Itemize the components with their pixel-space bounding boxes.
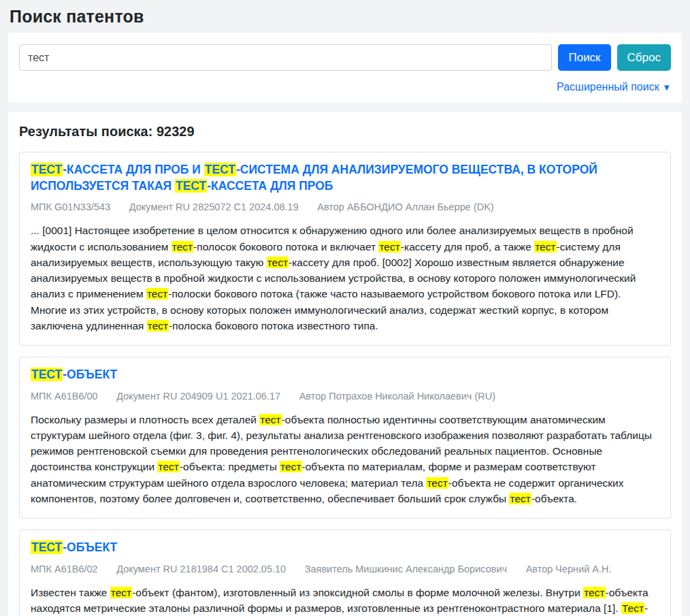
- meta-segment: Автор Потрахов Николай Николаевич (RU): [299, 391, 495, 402]
- search-panel: Поиск Сброс Расширенный поиск ▼: [8, 33, 682, 103]
- meta-segment: Автор Черний А.Н.: [526, 564, 612, 574]
- highlight: Тест: [621, 602, 644, 614]
- result-meta: МПК G01N33/543Документ RU 2825072 C1 202…: [31, 201, 659, 212]
- results-heading: Результаты поиска: 92329: [19, 124, 671, 140]
- highlight: тест: [267, 257, 289, 268]
- highlight: тест: [171, 241, 193, 253]
- results-list: ТЕСТ-КАССЕТА ДЛЯ ПРОБ И ТЕСТ-СИСТЕМА ДЛЯ…: [19, 152, 671, 616]
- highlight: тест: [157, 461, 179, 472]
- highlight: тест: [147, 320, 169, 331]
- highlight: тест: [280, 461, 301, 472]
- result-title-link[interactable]: ТЕСТ-ОБЪЕКТ: [31, 540, 659, 556]
- meta-segment: МПК G01N33/543: [31, 201, 110, 212]
- result-item: ТЕСТ-КАССЕТА ДЛЯ ПРОБ И ТЕСТ-СИСТЕМА ДЛЯ…: [19, 152, 671, 346]
- result-title-link[interactable]: ТЕСТ-ОБЪЕКТ: [31, 367, 659, 383]
- highlight: тест: [110, 587, 132, 598]
- highlight: ТЕСТ: [31, 540, 63, 554]
- highlight: ТЕСТ: [175, 179, 207, 193]
- result-snippet: Известен также тест-объект (фантом), изг…: [31, 585, 659, 616]
- highlight: тест: [426, 477, 448, 489]
- highlight: ТЕСТ: [204, 163, 236, 176]
- reset-button[interactable]: Сброс: [617, 44, 671, 71]
- highlight: тест: [146, 288, 168, 299]
- result-snippet: Поскольку размеры и плотность всех детал…: [31, 412, 659, 507]
- results-panel: Результаты поиска: 92329 ТЕСТ-КАССЕТА ДЛ…: [8, 112, 682, 616]
- search-input[interactable]: [19, 44, 552, 71]
- highlight: ТЕСТ: [31, 368, 63, 381]
- meta-segment: Документ RU 204909 U1 2021.06.17: [116, 391, 280, 402]
- chevron-down-icon: ▼: [662, 82, 671, 93]
- highlight: тест: [583, 587, 605, 598]
- search-button[interactable]: Поиск: [558, 44, 610, 71]
- meta-segment: Заявитель Мишкинис Александр Борисович: [305, 564, 507, 574]
- advanced-search-link[interactable]: Расширенный поиск ▼: [557, 81, 671, 93]
- result-snippet: ... [0001] Настоящее изобретение в целом…: [31, 223, 659, 334]
- meta-segment: МПК A61B6/00: [31, 391, 98, 402]
- result-meta: МПК A61B6/02Документ RU 2181984 C1 2002.…: [31, 564, 659, 574]
- result-title-link[interactable]: ТЕСТ-КАССЕТА ДЛЯ ПРОБ И ТЕСТ-СИСТЕМА ДЛЯ…: [31, 162, 659, 194]
- result-item: ТЕСТ-ОБЪЕКТ МПК A61B6/00Документ RU 2049…: [19, 357, 671, 519]
- highlight: тест: [534, 241, 556, 253]
- meta-segment: Документ RU 2825072 C1 2024.08.19: [129, 201, 299, 212]
- highlight: тест: [259, 414, 281, 425]
- result-meta: МПК A61B6/00Документ RU 204909 U1 2021.0…: [31, 391, 659, 402]
- highlight: тест: [378, 241, 400, 253]
- meta-segment: Автор АББОНДИО Аллан Бьерре (DK): [317, 201, 493, 212]
- highlight: ТЕСТ: [31, 163, 63, 176]
- highlight: тест: [509, 493, 531, 504]
- advanced-search-label: Расширенный поиск: [557, 81, 659, 93]
- meta-segment: МПК A61B6/02: [31, 564, 98, 574]
- result-item: ТЕСТ-ОБЪЕКТ МПК A61B6/02Документ RU 2181…: [19, 530, 671, 616]
- page-title: Поиск патентов: [10, 7, 680, 27]
- meta-segment: Документ RU 2181984 C1 2002.05.10: [116, 564, 286, 574]
